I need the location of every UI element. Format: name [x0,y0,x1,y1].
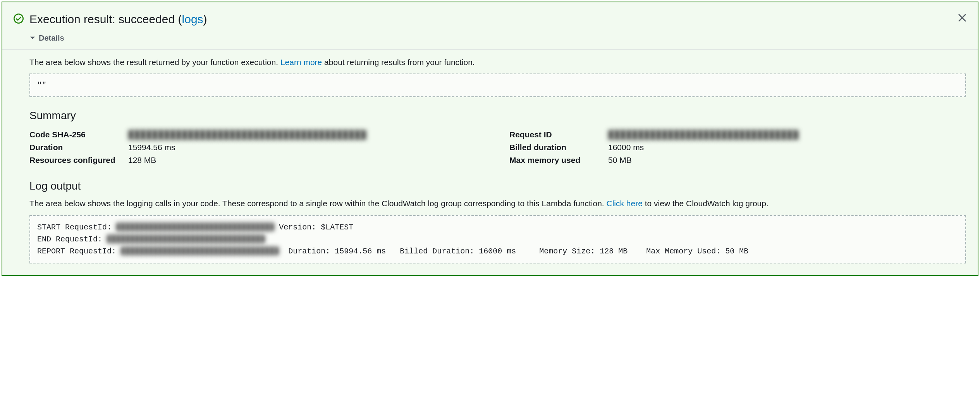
summary-value: 128 MB [128,154,156,166]
summary-value: 50 MB [608,154,632,166]
summary-value-blurred: ████████████████████████████████ [608,129,799,140]
summary-key: Billed duration [509,142,604,153]
result-desc-suffix: about returning results from your functi… [322,58,475,67]
log-line: START RequestId: [37,223,116,232]
summary-title: Summary [29,108,966,124]
execution-result-panel: Execution result: succeeded (logs) Detai… [2,2,978,276]
result-output-box: "" [29,74,966,97]
title-suffix: ) [203,13,207,26]
learn-more-link[interactable]: Learn more [280,58,322,67]
summary-row-duration: Duration 15994.56 ms [29,142,486,153]
summary-left-col: Code SHA-256 ███████████████████████████… [29,128,486,168]
log-blur: ██████████████████████████████████ [116,223,274,232]
close-icon[interactable] [957,12,968,23]
summary-key: Request ID [509,129,604,140]
result-value: "" [37,81,46,90]
summary-value: 16000 ms [608,142,644,153]
log-line: END RequestId: [37,235,107,244]
summary-row-resources: Resources configured 128 MB [29,154,486,166]
summary-row-maxmem: Max memory used 50 MB [509,154,966,166]
summary-row-billed: Billed duration 16000 ms [509,142,966,153]
summary-row-sha: Code SHA-256 ███████████████████████████… [29,129,486,140]
success-check-icon [13,13,24,24]
summary-right-col: Request ID █████████████████████████████… [509,128,966,168]
svg-point-0 [14,14,23,23]
caret-down-icon [29,35,36,41]
summary-key: Max memory used [509,154,604,166]
log-output-box: START RequestId: ███████████████████████… [29,215,966,263]
log-output-title: Log output [29,178,966,194]
click-here-link[interactable]: Click here [607,199,643,208]
log-desc-suffix: to view the CloudWatch log group. [643,199,769,208]
details-toggle[interactable]: Details [29,30,966,49]
summary-value-blurred: ████████████████████████████████████████ [128,129,366,140]
title-prefix: Execution result: succeeded ( [29,13,182,26]
log-blur: ██████████████████████████████████ [121,247,279,256]
log-line: REPORT RequestId: [37,247,121,256]
log-desc-prefix: The area below shows the logging calls i… [29,199,607,208]
summary-grid: Code SHA-256 ███████████████████████████… [29,128,966,168]
summary-key: Code SHA-256 [29,129,124,140]
logs-link[interactable]: logs [182,13,203,26]
log-blur: ██████████████████████████████████ [107,235,265,244]
summary-value: 15994.56 ms [128,142,175,153]
execution-result-title: Execution result: succeeded (logs) [29,11,966,28]
summary-key: Duration [29,142,124,153]
result-desc-prefix: The area below shows the result returned… [29,58,280,67]
log-line: Version: $LATEST [274,223,353,232]
summary-key: Resources configured [29,154,124,166]
log-description: The area below shows the logging calls i… [29,198,966,209]
result-description: The area below shows the result returned… [29,56,966,68]
log-line: Duration: 15994.56 ms Billed Duration: 1… [279,247,748,256]
summary-row-requestid: Request ID █████████████████████████████… [509,129,966,140]
divider [2,49,978,50]
details-label: Details [39,32,64,44]
